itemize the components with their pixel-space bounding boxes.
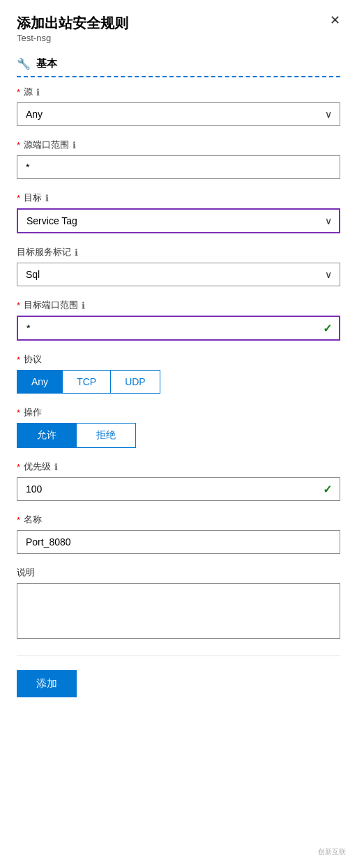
source-port-group: * 源端口范围 ℹ	[17, 139, 340, 179]
source-label-text: 源	[24, 86, 33, 98]
dest-service-tag-label: 目标服务标记 ℹ	[17, 246, 340, 258]
priority-input[interactable]	[17, 477, 340, 501]
protocol-tcp-button[interactable]: TCP	[62, 370, 111, 394]
name-input[interactable]	[17, 530, 340, 554]
source-required: *	[17, 87, 20, 98]
source-info-icon: ℹ	[36, 87, 40, 98]
action-label-text: 操作	[24, 406, 42, 419]
panel-title: 添加出站安全规则	[17, 14, 128, 33]
add-button[interactable]: 添加	[17, 670, 77, 697]
dest-service-tag-select[interactable]: Sql AzureCloud Internet VirtualNetwork	[17, 263, 340, 286]
name-required: *	[17, 515, 20, 525]
panel: 添加出站安全规则 Test-nsg ✕ 🔧 基本 * 源 ℹ Any IP Ad…	[0, 0, 357, 868]
dest-port-input-wrapper: ✓	[17, 316, 340, 341]
action-buttons: 允许 拒绝	[17, 423, 340, 448]
section-title: 基本	[36, 57, 57, 70]
description-label: 说明	[17, 566, 340, 579]
dest-service-tag-group: 目标服务标记 ℹ Sql AzureCloud Internet Virtual…	[17, 246, 340, 286]
destination-label: * 目标 ℹ	[17, 192, 340, 204]
priority-label: * 优先级 ℹ	[17, 460, 340, 473]
dest-port-info-icon: ℹ	[82, 300, 85, 311]
action-label: * 操作	[17, 406, 340, 419]
protocol-any-button[interactable]: Any	[17, 370, 63, 394]
action-group: * 操作 允许 拒绝	[17, 406, 340, 448]
name-label-text: 名称	[24, 513, 42, 526]
source-label: * 源 ℹ	[17, 86, 340, 98]
protocol-label-text: 协议	[24, 353, 42, 366]
source-select[interactable]: Any IP Addresses Service Tag Application…	[17, 102, 340, 126]
source-group: * 源 ℹ Any IP Addresses Service Tag Appli…	[17, 86, 340, 126]
description-textarea[interactable]	[17, 583, 340, 639]
divider	[17, 656, 340, 656]
destination-label-text: 目标	[24, 192, 42, 204]
protocol-buttons: Any TCP UDP	[17, 370, 340, 394]
name-group: * 名称	[17, 513, 340, 554]
panel-header: 添加出站安全规则 Test-nsg ✕	[17, 14, 340, 54]
dest-service-tag-select-wrapper: Sql AzureCloud Internet VirtualNetwork	[17, 263, 340, 286]
source-select-wrapper: Any IP Addresses Service Tag Application…	[17, 102, 340, 126]
dest-port-label: * 目标端口范围 ℹ	[17, 299, 340, 311]
priority-check-icon: ✓	[323, 483, 332, 496]
protocol-group: * 协议 Any TCP UDP	[17, 353, 340, 394]
panel-title-group: 添加出站安全规则 Test-nsg	[17, 14, 128, 54]
source-port-label: * 源端口范围 ℹ	[17, 139, 340, 151]
close-button[interactable]: ✕	[330, 14, 340, 26]
action-required: *	[17, 408, 20, 418]
destination-select[interactable]: Any IP Addresses Service Tag Application…	[17, 208, 340, 233]
dest-service-tag-info-icon: ℹ	[75, 247, 78, 258]
dest-port-label-text: 目标端口范围	[24, 299, 78, 311]
description-label-text: 说明	[17, 566, 35, 579]
protocol-label: * 协议	[17, 353, 340, 366]
priority-info-icon: ℹ	[54, 462, 58, 472]
dest-port-check-icon: ✓	[323, 322, 332, 335]
name-label: * 名称	[17, 513, 340, 526]
priority-required: *	[17, 462, 20, 472]
dest-service-tag-label-text: 目标服务标记	[17, 246, 71, 258]
watermark: 创新互联	[318, 847, 346, 857]
source-port-input[interactable]	[17, 155, 340, 179]
priority-label-text: 优先级	[24, 460, 51, 473]
source-port-info-icon: ℹ	[73, 140, 76, 150]
section-header: 🔧 基本	[17, 57, 340, 77]
source-port-label-text: 源端口范围	[24, 139, 69, 151]
action-allow-button[interactable]: 允许	[17, 423, 77, 448]
dest-port-input[interactable]	[17, 316, 340, 341]
wrench-icon: 🔧	[17, 57, 31, 70]
dest-port-required: *	[17, 300, 20, 311]
protocol-required: *	[17, 355, 20, 365]
priority-input-wrapper: ✓	[17, 477, 340, 501]
action-deny-button[interactable]: 拒绝	[76, 423, 136, 448]
dest-port-group: * 目标端口范围 ℹ ✓	[17, 299, 340, 341]
priority-group: * 优先级 ℹ ✓	[17, 460, 340, 501]
source-port-required: *	[17, 140, 20, 150]
destination-group: * 目标 ℹ Any IP Addresses Service Tag Appl…	[17, 192, 340, 233]
destination-select-wrapper: Any IP Addresses Service Tag Application…	[17, 208, 340, 233]
protocol-udp-button[interactable]: UDP	[110, 370, 160, 394]
destination-info-icon: ℹ	[45, 193, 49, 203]
panel-subtitle: Test-nsg	[17, 33, 128, 43]
description-group: 说明	[17, 566, 340, 642]
destination-required: *	[17, 193, 20, 203]
